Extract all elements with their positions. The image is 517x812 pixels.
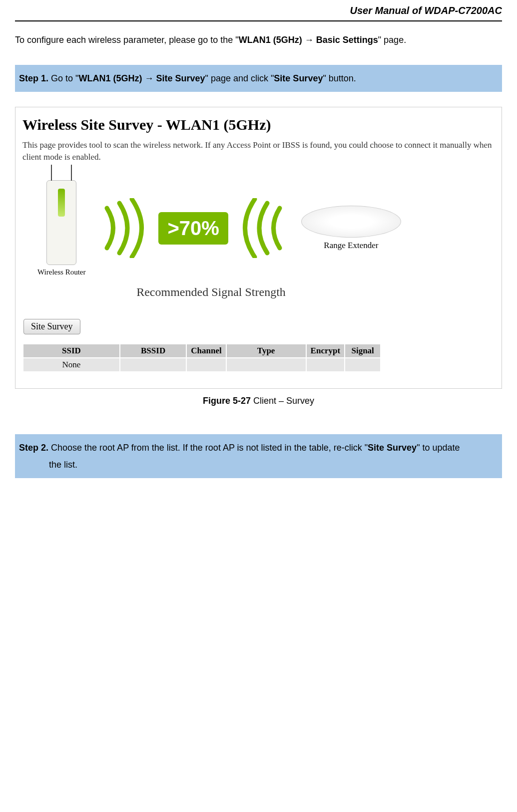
figure-caption-num: Figure 5-27 xyxy=(203,396,251,406)
page-header: User Manual of WDAP-C7200AC xyxy=(15,0,502,20)
header-rule xyxy=(15,20,502,21)
step1-bold2: Site Survey xyxy=(274,73,323,83)
figure-screenshot: Wireless Site Survey - WLAN1 (5GHz) This… xyxy=(15,107,502,389)
router-block: Wireless Router xyxy=(37,180,85,276)
extender-icon xyxy=(301,206,401,238)
step1-bold1: WLAN1 (5GHz) → Site Survey xyxy=(78,73,205,83)
col-ssid: SSID xyxy=(23,344,119,357)
cell-empty xyxy=(307,358,345,371)
step1-label: Step 1. xyxy=(19,73,48,83)
col-encrypt: Encrypt xyxy=(307,344,345,357)
signal-percent-badge: >70% xyxy=(158,212,228,245)
step2-t1: Choose the root AP from the list. If the… xyxy=(48,443,368,453)
router-icon xyxy=(46,180,76,265)
cell-empty xyxy=(227,358,306,371)
step1-t2: " page and click " xyxy=(205,73,274,83)
signal-waves-left-icon xyxy=(99,198,144,258)
cell-empty xyxy=(345,358,380,371)
figure-caption: Figure 5-27 Client – Survey xyxy=(15,396,502,406)
step2-bold1: Site Survey xyxy=(368,443,417,453)
survey-table: SSID BSSID Channel Type Encrypt Signal N… xyxy=(22,343,381,372)
signal-waves-right-icon xyxy=(242,198,287,258)
intro-bold: WLAN1 (5GHz) → Basic Settings xyxy=(239,35,378,45)
col-signal: Signal xyxy=(345,344,380,357)
col-channel: Channel xyxy=(187,344,225,357)
col-type: Type xyxy=(227,344,306,357)
recommended-strength-label: Recommended Signal Strength xyxy=(0,285,495,299)
cell-empty xyxy=(120,358,186,371)
cell-ssid-none: None xyxy=(23,358,119,371)
figure-caption-rest: Client – Survey xyxy=(251,396,314,406)
step1-t3: " button. xyxy=(323,73,356,83)
step1-t1: Go to " xyxy=(48,73,78,83)
step2-t2: " to update xyxy=(417,443,460,453)
extender-block: Range Extender xyxy=(301,206,401,251)
extender-label: Range Extender xyxy=(301,241,401,251)
col-bssid: BSSID xyxy=(120,344,186,357)
table-row: None xyxy=(23,358,380,371)
intro-suffix: " page. xyxy=(378,35,406,45)
intro-paragraph: To configure each wireless parameter, pl… xyxy=(15,33,502,47)
step2-label: Step 2. xyxy=(19,443,48,453)
site-survey-button[interactable]: Site Survey xyxy=(23,319,80,334)
figure-desc: This page provides tool to scan the wire… xyxy=(22,139,495,163)
step2-t3: the list. xyxy=(19,456,498,473)
step1-box: Step 1. Go to "WLAN1 (5GHz) → Site Surve… xyxy=(15,65,502,92)
signal-diagram: Wireless Router >70% Range Extender xyxy=(22,175,495,281)
cell-empty xyxy=(187,358,225,371)
step2-box: Step 2. Choose the root AP from the list… xyxy=(15,434,502,478)
intro-prefix: To configure each wireless parameter, pl… xyxy=(15,35,239,45)
figure-title: Wireless Site Survey - WLAN1 (5GHz) xyxy=(22,116,495,133)
router-label: Wireless Router xyxy=(37,268,85,276)
